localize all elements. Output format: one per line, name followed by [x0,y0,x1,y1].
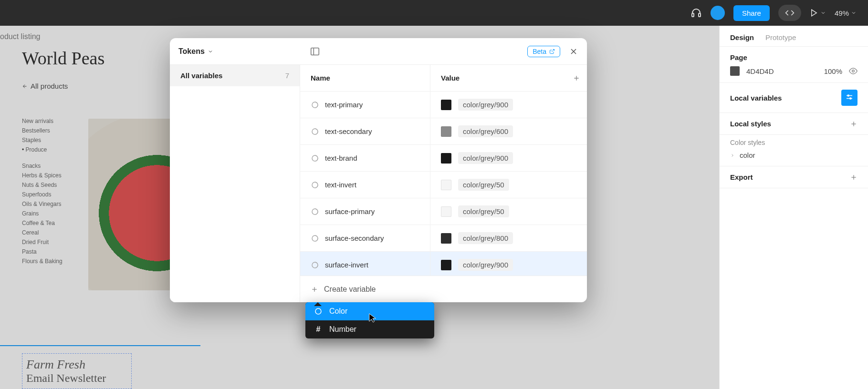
design-panel: Design Prototype Page 4D4D4D 100% Local … [719,26,868,389]
color-variable-icon [311,154,319,163]
tab-prototype[interactable]: Prototype [765,33,796,41]
value-token[interactable]: color/grey/900 [458,99,513,111]
table-row[interactable]: surface-primary color/grey/50 [300,198,587,225]
menu-item-color[interactable]: Color [305,302,434,320]
svg-point-29 [315,308,321,314]
beta-badge[interactable]: Beta [527,46,560,57]
variables-modal: Tokens Beta All variables 7 Name [170,38,587,302]
section-title: Page [730,53,858,61]
column-name: Name [300,74,430,82]
color-swatch [441,206,451,217]
svg-marker-2 [812,10,817,16]
subsection-color-styles: Color styles [720,135,868,148]
section-title: Local styles [730,120,771,128]
sidebar-item-all-variables[interactable]: All variables 7 [170,65,300,86]
table-row[interactable]: text-invert color/grey/50 [300,172,587,198]
value-token[interactable]: color/grey/50 [458,205,509,217]
section-title: Local variables [730,94,782,102]
plus-icon[interactable] [850,174,858,181]
present-button[interactable] [810,9,826,17]
share-button[interactable]: Share [733,5,770,21]
color-variable-icon [311,234,319,243]
column-value: Value [430,65,587,91]
variable-name: surface-invert [325,261,368,269]
color-swatch [441,260,451,270]
eye-icon[interactable] [849,67,858,75]
avatar[interactable] [711,6,725,20]
zoom-value: 49% [835,9,849,17]
chevron-down-icon [851,10,857,16]
svg-line-13 [552,49,554,52]
table-header: Name Value [300,65,587,92]
svg-point-4 [852,70,855,72]
close-button[interactable] [569,47,578,56]
section-local-variables: Local variables [720,83,868,113]
svg-point-8 [850,98,851,99]
svg-point-6 [847,95,849,96]
variable-name: surface-primary [325,207,375,215]
variables-button[interactable] [841,90,858,106]
color-swatch [441,100,451,110]
color-swatch [441,233,451,244]
color-variable-icon [311,101,319,109]
table-row[interactable]: text-secondary color/grey/600 [300,118,587,145]
section-export: Export [720,166,868,188]
svg-point-20 [312,102,318,108]
dev-mode-toggle[interactable] [778,5,801,21]
variable-name: text-brand [325,154,357,162]
plus-icon [311,286,318,293]
table-row[interactable]: surface-invert color/grey/900 [300,252,587,276]
svg-rect-16 [311,48,319,55]
color-swatch[interactable] [730,66,740,76]
collection-dropdown[interactable]: Tokens [178,47,213,56]
color-swatch [441,153,451,164]
zoom-level[interactable]: 49% [835,9,857,17]
section-page: Page 4D4D4D 100% [720,47,868,83]
value-token[interactable]: color/grey/600 [458,125,513,137]
count-badge: 7 [285,72,289,80]
headphones-icon[interactable] [690,7,702,19]
table-row[interactable]: text-primary color/grey/900 [300,92,587,118]
svg-rect-0 [692,13,694,17]
value-token[interactable]: color/grey/50 [458,179,509,191]
chevron-down-icon [208,49,213,54]
svg-point-26 [312,262,318,268]
variable-name: text-primary [325,101,363,109]
color-swatch [441,180,451,190]
svg-point-23 [312,182,318,188]
variables-table: Name Value text-primary color/grey/900 t… [300,65,587,302]
variable-name: text-invert [325,181,356,189]
sidebar-toggle-icon[interactable] [310,46,320,57]
color-variable-icon [311,207,319,216]
svg-point-24 [312,209,318,215]
color-swatch [441,126,451,137]
top-toolbar: Share 49% [0,0,868,26]
caret-right-icon [730,153,735,158]
value-token[interactable]: color/grey/900 [458,152,513,164]
plus-icon[interactable] [850,120,858,128]
modal-sidebar: All variables 7 [170,65,300,302]
number-icon: # [314,325,323,334]
opacity-value[interactable]: 100% [824,67,842,75]
chevron-down-icon [820,10,826,16]
color-variable-icon [311,261,319,269]
external-link-icon [549,49,555,54]
section-title: Export [730,173,753,181]
color-variable-icon [311,181,319,189]
plus-icon[interactable] [573,74,580,82]
table-row[interactable]: text-brand color/grey/900 [300,145,587,172]
menu-item-number[interactable]: # Number [305,320,434,338]
svg-rect-1 [699,13,701,17]
hex-value[interactable]: 4D4D4D [746,67,774,75]
variable-name: text-secondary [325,127,372,135]
variable-type-dropdown: Color # Number [305,302,434,338]
create-variable-button[interactable]: Create variable [300,276,587,302]
value-token[interactable]: color/grey/800 [458,232,513,244]
table-row[interactable]: surface-secondary color/grey/800 [300,225,587,252]
modal-header: Tokens Beta [170,38,587,65]
style-row-color[interactable]: color [720,148,868,166]
svg-point-22 [312,155,318,161]
value-token[interactable]: color/grey/900 [458,259,513,271]
section-local-styles: Local styles [720,113,868,135]
tab-design[interactable]: Design [730,33,754,41]
